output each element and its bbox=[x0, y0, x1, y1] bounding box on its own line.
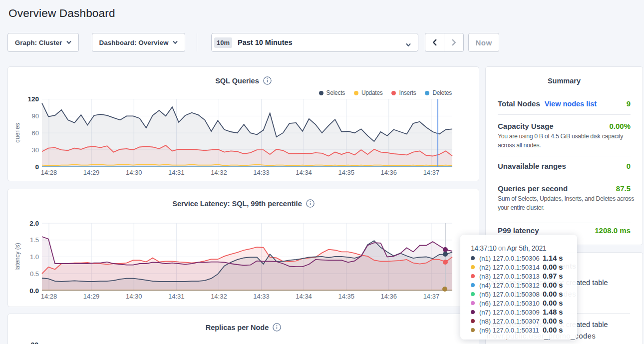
svg-text:14:34: 14:34 bbox=[296, 169, 312, 176]
svg-text:14:33: 14:33 bbox=[253, 293, 270, 300]
svg-text:2.0: 2.0 bbox=[29, 220, 39, 227]
svg-text:90: 90 bbox=[32, 112, 39, 120]
svg-text:14:37: 14:37 bbox=[423, 293, 440, 300]
svg-text:14:35: 14:35 bbox=[338, 293, 354, 300]
svg-text:30: 30 bbox=[32, 146, 39, 154]
svg-text:14:29: 14:29 bbox=[83, 169, 100, 176]
svg-text:14:30: 14:30 bbox=[126, 293, 142, 300]
svg-text:14:30: 14:30 bbox=[126, 169, 142, 176]
svg-text:14:28: 14:28 bbox=[41, 293, 57, 300]
svg-text:14:29: 14:29 bbox=[83, 293, 100, 300]
svg-text:14:31: 14:31 bbox=[168, 169, 185, 176]
svg-text:14:35: 14:35 bbox=[338, 169, 354, 176]
svg-text:14:32: 14:32 bbox=[211, 169, 227, 176]
svg-text:queries: queries bbox=[14, 123, 21, 142]
svg-text:0.0: 0.0 bbox=[29, 287, 39, 295]
svg-text:latency (s): latency (s) bbox=[14, 243, 21, 270]
svg-text:1.0: 1.0 bbox=[30, 253, 39, 261]
svg-text:14:33: 14:33 bbox=[253, 169, 270, 176]
svg-text:14:32: 14:32 bbox=[211, 293, 227, 300]
svg-text:0.5: 0.5 bbox=[30, 270, 39, 278]
svg-text:1.5: 1.5 bbox=[30, 236, 39, 244]
svg-text:14:37: 14:37 bbox=[423, 169, 440, 176]
svg-text:14:28: 14:28 bbox=[41, 169, 57, 176]
svg-text:14:36: 14:36 bbox=[381, 293, 397, 300]
svg-text:14:34: 14:34 bbox=[296, 293, 312, 300]
svg-text:60: 60 bbox=[32, 129, 39, 137]
svg-text:0: 0 bbox=[35, 163, 39, 171]
svg-text:14:36: 14:36 bbox=[381, 169, 397, 176]
svg-text:14:31: 14:31 bbox=[168, 293, 185, 300]
svg-text:120: 120 bbox=[27, 95, 39, 103]
